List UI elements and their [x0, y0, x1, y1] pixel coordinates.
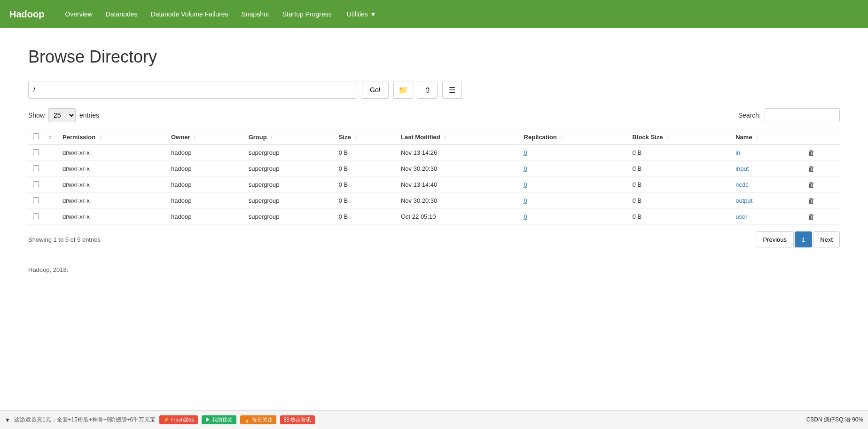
row-delete: 🗑	[803, 145, 840, 161]
row-permission: drwxr-xr-x	[58, 177, 166, 193]
row-block-size: 0 B	[628, 209, 731, 225]
previous-button[interactable]: Previous	[756, 231, 794, 247]
nav-utilities[interactable]: Utilities ▼	[338, 0, 383, 28]
nav-startup-progress[interactable]: Startup Progress	[276, 0, 338, 28]
col-name-header[interactable]: Name ↕	[731, 129, 803, 145]
col-replication-header[interactable]: Replication ↕	[519, 129, 628, 145]
show-entries-control: Show 10 25 50 100 entries	[28, 108, 99, 122]
row-index-cell	[44, 161, 58, 177]
delete-icon-4[interactable]: 🗑	[808, 213, 815, 221]
chevron-down-icon: ▼	[370, 0, 376, 28]
row-checkbox-cell	[28, 177, 44, 193]
page-1-button[interactable]: 1	[795, 231, 812, 247]
delete-icon-2[interactable]: 🗑	[808, 181, 815, 189]
row-delete: 🗑	[803, 193, 840, 209]
col-owner-header[interactable]: Owner ↕	[166, 129, 244, 145]
block-size-sort-arrows: ↕	[666, 135, 669, 140]
nav-utilities-label: Utilities	[347, 0, 368, 28]
row-delete: 🗑	[803, 209, 840, 225]
list-button[interactable]: ☰	[442, 81, 462, 99]
page-footer: Hadoop, 2018.	[28, 266, 840, 273]
name-link-output[interactable]: output	[735, 197, 752, 204]
col-sort-header[interactable]: ↕	[44, 129, 58, 145]
nav-brand[interactable]: Hadoop	[9, 9, 44, 20]
search-input[interactable]	[765, 108, 840, 122]
row-owner: hadoop	[166, 145, 244, 161]
folder-open-icon: 📁	[399, 86, 408, 95]
entries-select[interactable]: 10 25 50 100	[48, 108, 76, 122]
main-content: Browse Directory Go! 📁 ⇧ ☰ Show 10 25 50…	[0, 28, 868, 292]
name-link-in[interactable]: in	[735, 149, 740, 156]
row-owner: hadoop	[166, 193, 244, 209]
row-index-cell	[44, 177, 58, 193]
row-size: 0 B	[334, 209, 396, 225]
row-size: 0 B	[334, 161, 396, 177]
row-group: supergroup	[244, 145, 334, 161]
path-input[interactable]	[28, 81, 357, 99]
row-checkbox-0[interactable]	[33, 149, 39, 155]
row-group: supergroup	[244, 177, 334, 193]
row-permission: drwxr-xr-x	[58, 145, 166, 161]
last-modified-sort-arrows: ↕	[444, 135, 446, 140]
replication-sort-arrows: ↕	[560, 135, 563, 140]
row-name: output	[731, 193, 803, 209]
row-permission: drwxr-xr-x	[58, 209, 166, 225]
name-link-ncdc[interactable]: ncdc	[735, 181, 748, 188]
row-block-size: 0 B	[628, 193, 731, 209]
row-checkbox-1[interactable]	[33, 165, 39, 171]
select-all-checkbox[interactable]	[33, 133, 39, 139]
directory-table: ↕ Permission ↕ Owner ↕ Group ↕ Size ↕	[28, 129, 840, 225]
col-block-size-header[interactable]: Block Size ↕	[628, 129, 731, 145]
name-link-user[interactable]: user	[735, 213, 747, 220]
row-checkbox-cell	[28, 145, 44, 161]
nav-datanode-volume-failures[interactable]: Datanode Volume Failures	[144, 0, 235, 28]
col-permission-header[interactable]: Permission ↕	[58, 129, 166, 145]
row-size: 0 B	[334, 145, 396, 161]
row-index-cell	[44, 145, 58, 161]
permission-sort-arrows: ↕	[99, 135, 102, 140]
row-last-modified: Oct 22 05:10	[396, 209, 519, 225]
upload-button[interactable]: ⇧	[418, 81, 438, 99]
row-size: 0 B	[334, 193, 396, 209]
nav-snapshot[interactable]: Snapshot	[235, 0, 276, 28]
controls-row: Show 10 25 50 100 entries Search:	[28, 108, 840, 122]
row-last-modified: Nov 13 14:40	[396, 177, 519, 193]
go-button[interactable]: Go!	[362, 81, 389, 99]
row-block-size: 0 B	[628, 161, 731, 177]
row-delete: 🗑	[803, 161, 840, 177]
row-replication: 0	[519, 177, 628, 193]
row-checkbox-3[interactable]	[33, 197, 39, 203]
row-checkbox-cell	[28, 161, 44, 177]
row-replication: 0	[519, 209, 628, 225]
col-group-header[interactable]: Group ↕	[244, 129, 334, 145]
row-checkbox-2[interactable]	[33, 181, 39, 187]
open-folder-button[interactable]: 📁	[393, 81, 413, 99]
row-permission: drwxr-xr-x	[58, 193, 166, 209]
row-permission: drwxr-xr-x	[58, 161, 166, 177]
row-checkbox-4[interactable]	[33, 213, 39, 219]
group-sort-arrows: ↕	[270, 135, 273, 140]
delete-icon-3[interactable]: 🗑	[808, 197, 815, 205]
select-all-header	[28, 129, 44, 145]
col-size-header[interactable]: Size ↕	[334, 129, 396, 145]
table-row: drwxr-xr-x hadoop supergroup 0 B Nov 30 …	[28, 193, 840, 209]
row-group: supergroup	[244, 161, 334, 177]
delete-icon-0[interactable]: 🗑	[808, 149, 815, 157]
path-bar: Go! 📁 ⇧ ☰	[28, 81, 840, 99]
nav-datanodes[interactable]: Datanodes	[99, 0, 144, 28]
row-replication: 0	[519, 193, 628, 209]
row-checkbox-cell	[28, 193, 44, 209]
search-box: Search:	[738, 108, 840, 122]
row-last-modified: Nov 13 14:26	[396, 145, 519, 161]
col-last-modified-header[interactable]: Last Modified ↕	[396, 129, 519, 145]
next-button[interactable]: Next	[813, 231, 840, 247]
nav-overview[interactable]: Overview	[58, 0, 99, 28]
row-checkbox-cell	[28, 209, 44, 225]
row-name: user	[731, 209, 803, 225]
delete-icon-1[interactable]: 🗑	[808, 165, 815, 173]
name-link-input[interactable]: input	[735, 165, 749, 172]
row-name: input	[731, 161, 803, 177]
entries-label: entries	[79, 111, 99, 119]
row-group: supergroup	[244, 209, 334, 225]
row-replication: 0	[519, 161, 628, 177]
